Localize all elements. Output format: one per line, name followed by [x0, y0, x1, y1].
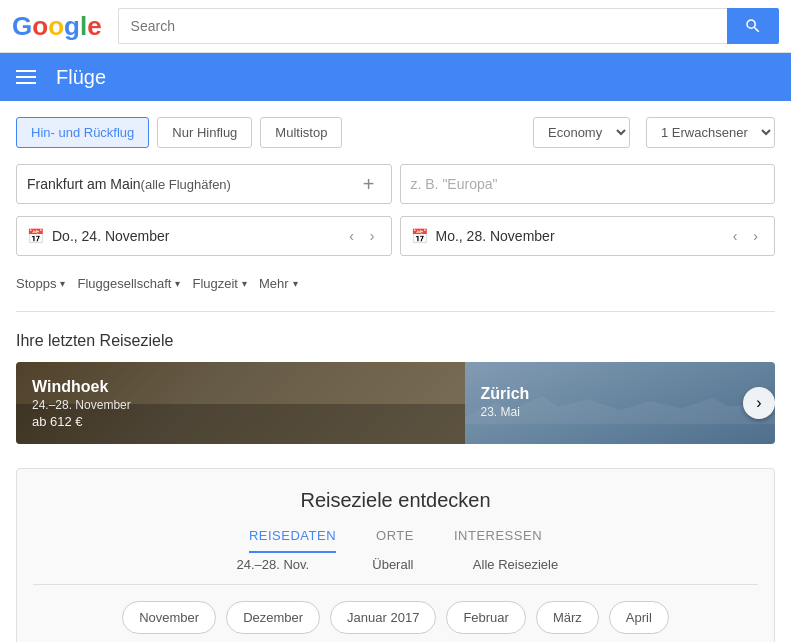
discover-tab-interests[interactable]: INTERESSEN	[454, 528, 542, 553]
nav-bar: Flüge	[0, 53, 791, 101]
origin-field[interactable]: Frankfurt am Main (alle Flughäfen) +	[16, 164, 392, 204]
recent-section-title: Ihre letzten Reiseziele	[16, 332, 775, 350]
logo-o2: o	[48, 11, 64, 42]
filter-more[interactable]: Mehr ▾	[259, 272, 298, 295]
discover-place-value[interactable]: Überall	[353, 557, 433, 572]
trip-type-multistop[interactable]: Multistop	[260, 117, 342, 148]
return-calendar-icon: 📅	[411, 228, 428, 244]
google-logo: Google	[12, 11, 102, 42]
nav-title: Flüge	[56, 66, 106, 89]
logo-g: G	[12, 11, 32, 42]
windhoek-price: ab 612 €	[32, 414, 449, 429]
pill-april[interactable]: April	[609, 601, 669, 634]
month-pills-row: November Dezember Januar 2017 Februar Mä…	[33, 601, 758, 634]
filter-more-label: Mehr	[259, 276, 289, 291]
zurich-name: Zürich	[481, 385, 760, 403]
logo-e: e	[87, 11, 101, 42]
origin-text: Frankfurt am Main	[27, 176, 141, 192]
add-destination-button[interactable]: +	[357, 173, 381, 196]
hamburger-line-2	[16, 76, 36, 78]
filter-time-label: Flugzeit	[192, 276, 238, 291]
departure-date-text: Do., 24. November	[52, 228, 335, 244]
content-area: Hin- und Rückflug Nur Hinflug Multistop …	[0, 101, 791, 642]
departure-prev-button[interactable]: ‹	[343, 226, 360, 246]
discover-interest-value[interactable]: Alle Reiseziele	[473, 557, 558, 572]
date-row: 📅 Do., 24. November ‹ › 📅 Mo., 28. Novem…	[16, 216, 775, 256]
destination-field[interactable]: z. B. "Europa"	[400, 164, 776, 204]
discover-section: Reiseziele entdecken REISEDATEN ORTE INT…	[16, 468, 775, 642]
cabin-class-select[interactable]: Economy	[533, 117, 630, 148]
chevron-down-icon-3: ▾	[242, 278, 247, 289]
hamburger-menu[interactable]	[16, 70, 36, 84]
filter-row: Stopps ▾ Fluggesellschaft ▾ Flugzeit ▾ M…	[16, 272, 775, 312]
passengers-select[interactable]: 1 Erwachsener	[646, 117, 775, 148]
departure-calendar-icon: 📅	[27, 228, 44, 244]
windhoek-name: Windhoek	[32, 378, 449, 396]
discover-tab-values: 24.–28. Nov. Überall Alle Reiseziele	[33, 557, 758, 585]
discover-tab-dates[interactable]: REISEDATEN	[249, 528, 336, 553]
zurich-dates: 23. Mai	[481, 405, 760, 419]
search-input[interactable]	[118, 8, 727, 44]
destinations-carousel: Windhoek 24.–28. November ab 612 € Züric…	[16, 362, 775, 444]
pill-dezember[interactable]: Dezember	[226, 601, 320, 634]
zurich-overlay: Zürich 23. Mai	[465, 362, 776, 444]
destination-card-zurich[interactable]: Zürich 23. Mai	[465, 362, 776, 444]
destination-placeholder: z. B. "Europa"	[411, 176, 498, 192]
logo-l: l	[80, 11, 87, 42]
hamburger-line-1	[16, 70, 36, 72]
departure-next-button[interactable]: ›	[364, 226, 381, 246]
windhoek-dates: 24.–28. November	[32, 398, 449, 412]
flight-options-row: Hin- und Rückflug Nur Hinflug Multistop …	[16, 117, 775, 148]
return-date-text: Mo., 28. November	[436, 228, 719, 244]
filter-airline-label: Fluggesellschaft	[77, 276, 171, 291]
filter-airline[interactable]: Fluggesellschaft ▾	[77, 272, 180, 295]
return-date-field[interactable]: 📅 Mo., 28. November ‹ ›	[400, 216, 776, 256]
discover-tabs: REISEDATEN ORTE INTERESSEN	[33, 528, 758, 553]
discover-title: Reiseziele entdecken	[33, 489, 758, 512]
departure-date-field[interactable]: 📅 Do., 24. November ‹ ›	[16, 216, 392, 256]
chevron-down-icon: ▾	[60, 278, 65, 289]
location-row: Frankfurt am Main (alle Flughäfen) + z. …	[16, 164, 775, 204]
top-bar: Google	[0, 0, 791, 53]
search-bar-container	[118, 8, 779, 44]
search-icon	[744, 17, 762, 35]
filter-stops[interactable]: Stopps ▾	[16, 272, 65, 295]
logo-o1: o	[32, 11, 48, 42]
discover-date-value[interactable]: 24.–28. Nov.	[233, 557, 313, 572]
trip-type-oneway[interactable]: Nur Hinflug	[157, 117, 252, 148]
recent-section: Ihre letzten Reiseziele Windhoek 24.–28.…	[16, 332, 775, 444]
windhoek-overlay: Windhoek 24.–28. November ab 612 €	[16, 362, 465, 444]
carousel-next-button[interactable]: ›	[743, 387, 775, 419]
filter-time[interactable]: Flugzeit ▾	[192, 272, 247, 295]
return-date-nav: ‹ ›	[727, 226, 764, 246]
search-button[interactable]	[727, 8, 779, 44]
trip-type-roundtrip[interactable]: Hin- und Rückflug	[16, 117, 149, 148]
pill-februar[interactable]: Februar	[446, 601, 526, 634]
pill-januar[interactable]: Januar 2017	[330, 601, 436, 634]
hamburger-line-3	[16, 82, 36, 84]
return-prev-button[interactable]: ‹	[727, 226, 744, 246]
filter-stops-label: Stopps	[16, 276, 56, 291]
chevron-down-icon-2: ▾	[175, 278, 180, 289]
return-next-button[interactable]: ›	[747, 226, 764, 246]
destination-card-windhoek[interactable]: Windhoek 24.–28. November ab 612 €	[16, 362, 465, 444]
departure-date-nav: ‹ ›	[343, 226, 380, 246]
logo-g2: g	[64, 11, 80, 42]
discover-tab-places[interactable]: ORTE	[376, 528, 414, 553]
chevron-down-icon-4: ▾	[293, 278, 298, 289]
origin-suffix: (alle Flughäfen)	[141, 177, 231, 192]
pill-maerz[interactable]: März	[536, 601, 599, 634]
pill-november[interactable]: November	[122, 601, 216, 634]
